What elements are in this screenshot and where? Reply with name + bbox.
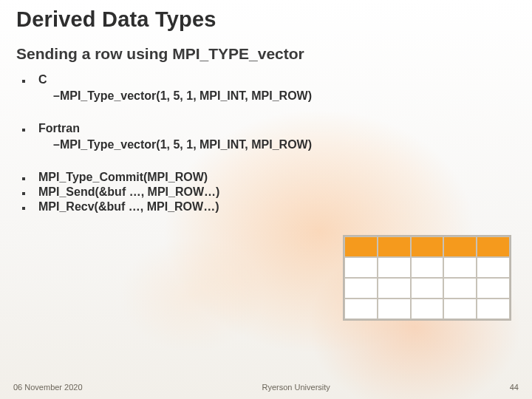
footer-page-number: 44 — [510, 383, 519, 392]
footer-center: Ryerson University — [83, 383, 510, 392]
matrix-cell — [378, 299, 411, 319]
matrix-cell-highlighted — [477, 236, 510, 257]
matrix-cell — [378, 278, 411, 299]
matrix-cell — [477, 278, 510, 299]
matrix-diagram — [343, 235, 511, 321]
bullet-c-label: C — [38, 73, 47, 86]
matrix-cell — [411, 278, 444, 299]
slide-content: C –MPI_Type_vector(1, 5, 1, MPI_INT, MPI… — [0, 73, 532, 214]
bullet-fortran-label: Fortran — [38, 122, 80, 135]
bullet-recv: MPI_Recv(&buf …, MPI_ROW…) — [18, 200, 514, 214]
matrix-grid — [343, 235, 511, 321]
matrix-cell — [411, 299, 444, 319]
matrix-cell — [443, 278, 477, 299]
bullet-dot-icon — [22, 207, 25, 210]
matrix-cell-highlighted — [411, 236, 444, 257]
matrix-cell — [477, 257, 510, 278]
bullet-commit: MPI_Type_Commit(MPI_ROW) — [18, 171, 514, 184]
matrix-cell — [411, 257, 444, 278]
bullet-dot-icon — [22, 192, 25, 195]
bullet-send-text: MPI_Send(&buf …, MPI_ROW…) — [38, 185, 219, 199]
bullet-group-api: MPI_Type_Commit(MPI_ROW) MPI_Send(&buf …… — [18, 171, 514, 214]
bullet-dot-icon — [22, 177, 25, 180]
bullet-fortran: Fortran — [18, 122, 514, 135]
footer-date: 06 November 2020 — [13, 383, 83, 392]
bullet-dot-icon — [22, 129, 25, 132]
slide-footer: 06 November 2020 Ryerson University 44 — [0, 383, 532, 392]
bullet-dot-icon — [22, 80, 25, 83]
slide: Derived Data Types Sending a row using M… — [0, 0, 532, 399]
matrix-cell-highlighted — [344, 236, 378, 257]
matrix-cell — [443, 257, 477, 278]
bullet-c: C — [18, 73, 514, 86]
matrix-cell — [344, 299, 378, 319]
matrix-cell — [344, 257, 378, 278]
matrix-cell-highlighted — [378, 236, 411, 257]
bullet-c-sub: –MPI_Type_vector(1, 5, 1, MPI_INT, MPI_R… — [18, 89, 514, 103]
slide-subtitle: Sending a row using MPI_TYPE_vector — [0, 36, 532, 73]
bullet-send: MPI_Send(&buf …, MPI_ROW…) — [18, 185, 514, 199]
matrix-cell — [477, 299, 510, 319]
matrix-cell — [443, 299, 477, 319]
bullet-fortran-sub: –MPI_Type_vector(1, 5, 1, MPI_INT, MPI_R… — [18, 138, 514, 151]
bullet-commit-text: MPI_Type_Commit(MPI_ROW) — [38, 171, 208, 184]
matrix-cell — [344, 278, 378, 299]
matrix-cell-highlighted — [443, 236, 477, 257]
bullet-recv-text: MPI_Recv(&buf …, MPI_ROW…) — [38, 200, 219, 214]
slide-title: Derived Data Types — [0, 0, 532, 36]
matrix-cell — [378, 257, 411, 278]
